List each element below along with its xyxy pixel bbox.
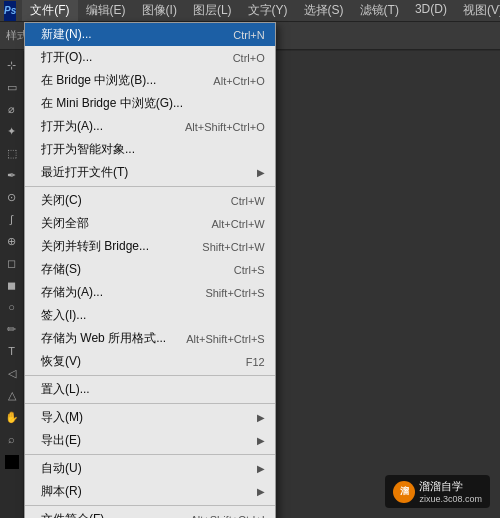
- menu-new-label: 新建(N)...: [41, 26, 92, 43]
- menu-scripts[interactable]: 脚本(R) ▶: [25, 480, 275, 503]
- separator-1: [25, 186, 275, 187]
- menu-open-as-label: 打开为(A)...: [41, 118, 103, 135]
- menu-recent[interactable]: 最近打开文件(T) ▶: [25, 161, 275, 184]
- menu-save-as-label: 存储为(A)...: [41, 284, 103, 301]
- tool-zoom[interactable]: ⌕: [2, 429, 22, 449]
- watermark-url: zixue.3c08.com: [419, 494, 482, 504]
- tool-wand[interactable]: ✦: [2, 121, 22, 141]
- tool-type[interactable]: T: [2, 341, 22, 361]
- menu-export[interactable]: 导出(E) ▶: [25, 429, 275, 452]
- menu-mini-bridge[interactable]: 在 Mini Bridge 中浏览(G)...: [25, 92, 275, 115]
- separator-2: [25, 375, 275, 376]
- dropdown-overlay: 新建(N)... Ctrl+N 打开(O)... Ctrl+O 在 Bridge…: [24, 22, 276, 518]
- menu-open-as-shortcut: Alt+Shift+Ctrl+O: [185, 121, 265, 133]
- menu-close-bridge-label: 关闭并转到 Bridge...: [41, 238, 149, 255]
- menu-save-as-shortcut: Shift+Ctrl+S: [205, 287, 264, 299]
- menu-save-as[interactable]: 存储为(A)... Shift+Ctrl+S: [25, 281, 275, 304]
- menu-automate-label: 自动(U): [41, 460, 82, 477]
- menu-revert[interactable]: 恢复(V) F12: [25, 350, 275, 373]
- menu-save-web-shortcut: Alt+Shift+Ctrl+S: [186, 333, 265, 345]
- watermark-brand: 溜溜自学: [419, 479, 482, 494]
- menu-filter[interactable]: 滤镜(T): [352, 0, 407, 21]
- tool-select[interactable]: ▭: [2, 77, 22, 97]
- menu-view[interactable]: 视图(V): [455, 0, 500, 21]
- menu-checkin[interactable]: 签入(I)...: [25, 304, 275, 327]
- menu-close-shortcut: Ctrl+W: [231, 195, 265, 207]
- tool-path[interactable]: ◁: [2, 363, 22, 383]
- tool-spot[interactable]: ⊙: [2, 187, 22, 207]
- menu-place[interactable]: 置入(L)...: [25, 378, 275, 401]
- tool-hand[interactable]: ✋: [2, 407, 22, 427]
- menu-bar: Ps 文件(F) 编辑(E) 图像(I) 图层(L) 文字(Y) 选择(S) 滤…: [0, 0, 500, 22]
- menu-place-label: 置入(L)...: [41, 381, 90, 398]
- menu-3d[interactable]: 3D(D): [407, 0, 455, 21]
- tool-fg-color[interactable]: [5, 455, 19, 469]
- menu-text[interactable]: 文字(Y): [240, 0, 296, 21]
- file-dropdown-menu: 新建(N)... Ctrl+N 打开(O)... Ctrl+O 在 Bridge…: [24, 22, 276, 518]
- scripts-submenu-arrow: ▶: [257, 486, 265, 497]
- menu-close-all-label: 关闭全部: [41, 215, 89, 232]
- menu-save-shortcut: Ctrl+S: [234, 264, 265, 276]
- menu-open-label: 打开(O)...: [41, 49, 92, 66]
- menu-open-smart[interactable]: 打开为智能对象...: [25, 138, 275, 161]
- recent-submenu-arrow: ▶: [257, 167, 265, 178]
- menu-close[interactable]: 关闭(C) Ctrl+W: [25, 189, 275, 212]
- menu-recent-label: 最近打开文件(T): [41, 164, 128, 181]
- menu-automate[interactable]: 自动(U) ▶: [25, 457, 275, 480]
- menu-checkin-label: 签入(I)...: [41, 307, 86, 324]
- menu-mini-bridge-label: 在 Mini Bridge 中浏览(G)...: [41, 95, 183, 112]
- tool-eraser[interactable]: ◻: [2, 253, 22, 273]
- menu-close-all-shortcut: Alt+Ctrl+W: [212, 218, 265, 230]
- menu-open[interactable]: 打开(O)... Ctrl+O: [25, 46, 275, 69]
- menu-save-web-label: 存储为 Web 所用格式...: [41, 330, 166, 347]
- watermark-site: 溜溜自学 zixue.3c08.com: [419, 479, 482, 504]
- menu-open-as[interactable]: 打开为(A)... Alt+Shift+Ctrl+O: [25, 115, 275, 138]
- menu-file-info[interactable]: 文件简介(F)... Alt+Shift+Ctrl+I: [25, 508, 275, 518]
- export-submenu-arrow: ▶: [257, 435, 265, 446]
- menu-close-bridge[interactable]: 关闭并转到 Bridge... Shift+Ctrl+W: [25, 235, 275, 258]
- menu-edit[interactable]: 编辑(E): [78, 0, 134, 21]
- menu-new[interactable]: 新建(N)... Ctrl+N: [25, 23, 275, 46]
- menu-open-shortcut: Ctrl+O: [233, 52, 265, 64]
- tool-shape[interactable]: △: [2, 385, 22, 405]
- tool-move[interactable]: ⊹: [2, 55, 22, 75]
- tool-crop[interactable]: ⬚: [2, 143, 22, 163]
- menu-select[interactable]: 选择(S): [296, 0, 352, 21]
- menu-revert-shortcut: F12: [246, 356, 265, 368]
- menu-layer[interactable]: 图层(L): [185, 0, 240, 21]
- tool-clone[interactable]: ⊕: [2, 231, 22, 251]
- tool-lasso[interactable]: ⌀: [2, 99, 22, 119]
- menu-bridge-browse-shortcut: Alt+Ctrl+O: [213, 75, 264, 87]
- menu-save-web[interactable]: 存储为 Web 所用格式... Alt+Shift+Ctrl+S: [25, 327, 275, 350]
- import-submenu-arrow: ▶: [257, 412, 265, 423]
- menu-file[interactable]: 文件(F): [22, 0, 77, 21]
- watermark: 溜 溜溜自学 zixue.3c08.com: [385, 475, 490, 508]
- tool-eyedropper[interactable]: ✒: [2, 165, 22, 185]
- menu-close-all[interactable]: 关闭全部 Alt+Ctrl+W: [25, 212, 275, 235]
- tool-dodge[interactable]: ○: [2, 297, 22, 317]
- watermark-logo-text: 溜: [400, 485, 409, 498]
- separator-3: [25, 403, 275, 404]
- menu-save[interactable]: 存储(S) Ctrl+S: [25, 258, 275, 281]
- tool-brush[interactable]: ∫: [2, 209, 22, 229]
- watermark-logo: 溜: [393, 481, 415, 503]
- separator-4: [25, 454, 275, 455]
- menu-bridge-browse-label: 在 Bridge 中浏览(B)...: [41, 72, 156, 89]
- tool-gradient[interactable]: ◼: [2, 275, 22, 295]
- app-logo: Ps: [4, 1, 16, 21]
- automate-submenu-arrow: ▶: [257, 463, 265, 474]
- menu-scripts-label: 脚本(R): [41, 483, 82, 500]
- separator-5: [25, 505, 275, 506]
- menu-export-label: 导出(E): [41, 432, 81, 449]
- menu-bridge-browse[interactable]: 在 Bridge 中浏览(B)... Alt+Ctrl+O: [25, 69, 275, 92]
- menu-close-label: 关闭(C): [41, 192, 82, 209]
- menu-file-info-label: 文件简介(F)...: [41, 511, 114, 518]
- menu-image[interactable]: 图像(I): [134, 0, 185, 21]
- menu-close-bridge-shortcut: Shift+Ctrl+W: [202, 241, 264, 253]
- menu-import-label: 导入(M): [41, 409, 83, 426]
- left-sidebar: ⊹ ▭ ⌀ ✦ ⬚ ✒ ⊙ ∫ ⊕ ◻ ◼ ○ ✏ T ◁ △ ✋ ⌕: [0, 51, 24, 518]
- menu-items-container: 文件(F) 编辑(E) 图像(I) 图层(L) 文字(Y) 选择(S) 滤镜(T…: [22, 0, 500, 21]
- tool-pen[interactable]: ✏: [2, 319, 22, 339]
- menu-revert-label: 恢复(V): [41, 353, 81, 370]
- menu-import[interactable]: 导入(M) ▶: [25, 406, 275, 429]
